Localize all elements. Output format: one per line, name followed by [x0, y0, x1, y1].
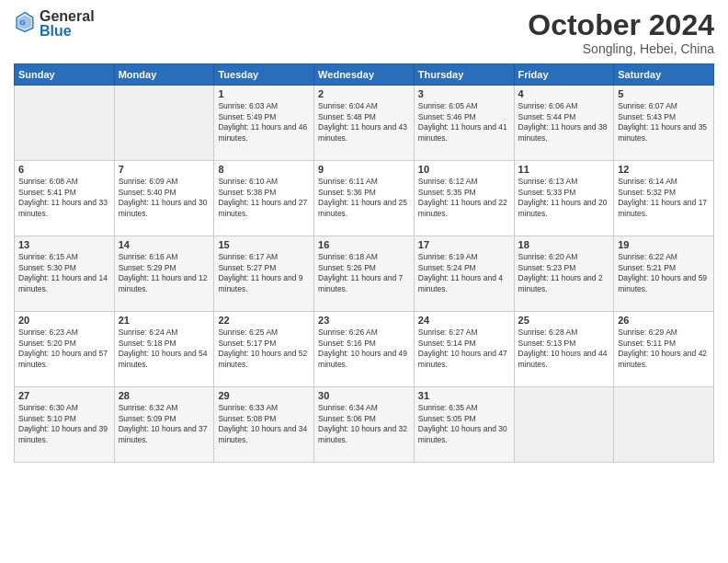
day-number: 17 — [418, 239, 510, 250]
day-number: 20 — [18, 315, 110, 326]
calendar-cell: 10Sunrise: 6:12 AM Sunset: 5:35 PM Dayli… — [414, 161, 514, 236]
day-number: 21 — [119, 315, 210, 326]
calendar-table: Sunday Monday Tuesday Wednesday Thursday… — [14, 63, 714, 463]
calendar-cell: 23Sunrise: 6:26 AM Sunset: 5:16 PM Dayli… — [314, 312, 415, 387]
calendar-cell: 3Sunrise: 6:05 AM Sunset: 5:46 PM Daylig… — [414, 86, 514, 161]
calendar-cell: 12Sunrise: 6:14 AM Sunset: 5:32 PM Dayli… — [614, 161, 714, 236]
day-number: 12 — [618, 164, 710, 175]
day-number: 2 — [318, 88, 410, 99]
svg-text:G: G — [19, 18, 25, 27]
cell-info: Sunrise: 6:18 AM Sunset: 5:26 PM Dayligh… — [318, 252, 410, 294]
cell-info: Sunrise: 6:04 AM Sunset: 5:48 PM Dayligh… — [318, 101, 410, 144]
calendar-cell: 2Sunrise: 6:04 AM Sunset: 5:48 PM Daylig… — [314, 86, 415, 161]
logo-general: General — [40, 9, 95, 24]
day-number: 29 — [218, 390, 310, 401]
header-thursday: Thursday — [414, 64, 514, 86]
cell-info: Sunrise: 6:26 AM Sunset: 5:16 PM Dayligh… — [318, 327, 410, 370]
cell-info: Sunrise: 6:25 AM Sunset: 5:17 PM Dayligh… — [218, 327, 310, 370]
calendar-cell: 24Sunrise: 6:27 AM Sunset: 5:14 PM Dayli… — [414, 312, 514, 387]
day-number: 24 — [418, 315, 510, 326]
page: G General Blue October 2024 Songling, He… — [0, 0, 728, 563]
day-number: 30 — [318, 390, 410, 401]
logo-text: General Blue — [40, 9, 95, 39]
calendar-cell: 11Sunrise: 6:13 AM Sunset: 5:33 PM Dayli… — [514, 161, 614, 236]
calendar-cell — [614, 387, 714, 463]
calendar-cell: 21Sunrise: 6:24 AM Sunset: 5:18 PM Dayli… — [114, 312, 214, 387]
cell-info: Sunrise: 6:11 AM Sunset: 5:36 PM Dayligh… — [318, 177, 410, 219]
day-number: 31 — [418, 390, 510, 401]
cell-info: Sunrise: 6:23 AM Sunset: 5:20 PM Dayligh… — [18, 327, 110, 370]
calendar-week-2: 6Sunrise: 6:08 AM Sunset: 5:41 PM Daylig… — [15, 161, 714, 236]
day-number: 4 — [518, 88, 610, 99]
day-number: 15 — [218, 239, 310, 250]
cell-info: Sunrise: 6:16 AM Sunset: 5:29 PM Dayligh… — [119, 252, 210, 294]
cell-info: Sunrise: 6:27 AM Sunset: 5:14 PM Dayligh… — [418, 327, 510, 370]
calendar-cell: 15Sunrise: 6:17 AM Sunset: 5:27 PM Dayli… — [214, 236, 314, 312]
calendar-cell: 27Sunrise: 6:30 AM Sunset: 5:10 PM Dayli… — [15, 387, 115, 463]
cell-info: Sunrise: 6:35 AM Sunset: 5:05 PM Dayligh… — [418, 403, 510, 445]
calendar-week-3: 13Sunrise: 6:15 AM Sunset: 5:30 PM Dayli… — [15, 236, 714, 312]
calendar-cell: 20Sunrise: 6:23 AM Sunset: 5:20 PM Dayli… — [15, 312, 115, 387]
location: Songling, Hebei, China — [528, 41, 714, 56]
calendar-week-5: 27Sunrise: 6:30 AM Sunset: 5:10 PM Dayli… — [15, 387, 714, 463]
calendar-cell — [514, 387, 614, 463]
header-row: Sunday Monday Tuesday Wednesday Thursday… — [15, 64, 714, 86]
calendar-cell: 25Sunrise: 6:28 AM Sunset: 5:13 PM Dayli… — [514, 312, 614, 387]
calendar-cell: 8Sunrise: 6:10 AM Sunset: 5:38 PM Daylig… — [214, 161, 314, 236]
calendar-week-1: 1Sunrise: 6:03 AM Sunset: 5:49 PM Daylig… — [15, 86, 714, 161]
cell-info: Sunrise: 6:07 AM Sunset: 5:43 PM Dayligh… — [618, 101, 710, 144]
day-number: 23 — [318, 315, 410, 326]
calendar-cell: 13Sunrise: 6:15 AM Sunset: 5:30 PM Dayli… — [15, 236, 115, 312]
day-number: 22 — [218, 315, 310, 326]
day-number: 16 — [318, 239, 410, 250]
title-area: October 2024 Songling, Hebei, China — [528, 9, 714, 56]
logo-blue: Blue — [40, 24, 95, 39]
cell-info: Sunrise: 6:22 AM Sunset: 5:21 PM Dayligh… — [618, 252, 710, 294]
cell-info: Sunrise: 6:13 AM Sunset: 5:33 PM Dayligh… — [518, 177, 610, 219]
cell-info: Sunrise: 6:08 AM Sunset: 5:41 PM Dayligh… — [18, 177, 110, 219]
calendar-cell: 4Sunrise: 6:06 AM Sunset: 5:44 PM Daylig… — [514, 86, 614, 161]
header-saturday: Saturday — [614, 64, 714, 86]
header-tuesday: Tuesday — [214, 64, 314, 86]
calendar-cell: 19Sunrise: 6:22 AM Sunset: 5:21 PM Dayli… — [614, 236, 714, 312]
calendar-cell: 5Sunrise: 6:07 AM Sunset: 5:43 PM Daylig… — [614, 86, 714, 161]
calendar-cell: 6Sunrise: 6:08 AM Sunset: 5:41 PM Daylig… — [15, 161, 115, 236]
day-number: 19 — [618, 239, 710, 250]
calendar-cell: 14Sunrise: 6:16 AM Sunset: 5:29 PM Dayli… — [114, 236, 214, 312]
header-wednesday: Wednesday — [314, 64, 415, 86]
cell-info: Sunrise: 6:09 AM Sunset: 5:40 PM Dayligh… — [119, 177, 210, 219]
calendar-cell: 9Sunrise: 6:11 AM Sunset: 5:36 PM Daylig… — [314, 161, 415, 236]
header: G General Blue October 2024 Songling, He… — [14, 9, 714, 56]
day-number: 13 — [18, 239, 110, 250]
header-sunday: Sunday — [15, 64, 115, 86]
calendar-cell: 16Sunrise: 6:18 AM Sunset: 5:26 PM Dayli… — [314, 236, 415, 312]
day-number: 11 — [518, 164, 610, 175]
calendar-cell: 17Sunrise: 6:19 AM Sunset: 5:24 PM Dayli… — [414, 236, 514, 312]
logo-icon: G — [14, 9, 36, 35]
month-title: October 2024 — [528, 9, 714, 41]
cell-info: Sunrise: 6:05 AM Sunset: 5:46 PM Dayligh… — [418, 101, 510, 144]
cell-info: Sunrise: 6:32 AM Sunset: 5:09 PM Dayligh… — [119, 403, 210, 445]
header-friday: Friday — [514, 64, 614, 86]
cell-info: Sunrise: 6:34 AM Sunset: 5:06 PM Dayligh… — [318, 403, 410, 445]
calendar-body: 1Sunrise: 6:03 AM Sunset: 5:49 PM Daylig… — [15, 86, 714, 463]
cell-info: Sunrise: 6:20 AM Sunset: 5:23 PM Dayligh… — [518, 252, 610, 294]
cell-info: Sunrise: 6:06 AM Sunset: 5:44 PM Dayligh… — [518, 101, 610, 144]
cell-info: Sunrise: 6:24 AM Sunset: 5:18 PM Dayligh… — [119, 327, 210, 370]
cell-info: Sunrise: 6:15 AM Sunset: 5:30 PM Dayligh… — [18, 252, 110, 294]
day-number: 8 — [218, 164, 310, 175]
calendar-cell: 18Sunrise: 6:20 AM Sunset: 5:23 PM Dayli… — [514, 236, 614, 312]
day-number: 10 — [418, 164, 510, 175]
calendar-cell: 7Sunrise: 6:09 AM Sunset: 5:40 PM Daylig… — [114, 161, 214, 236]
day-number: 9 — [318, 164, 410, 175]
day-number: 7 — [119, 164, 210, 175]
header-monday: Monday — [114, 64, 214, 86]
cell-info: Sunrise: 6:17 AM Sunset: 5:27 PM Dayligh… — [218, 252, 310, 294]
cell-info: Sunrise: 6:30 AM Sunset: 5:10 PM Dayligh… — [18, 403, 110, 445]
day-number: 5 — [618, 88, 710, 99]
day-number: 3 — [418, 88, 510, 99]
calendar-week-4: 20Sunrise: 6:23 AM Sunset: 5:20 PM Dayli… — [15, 312, 714, 387]
cell-info: Sunrise: 6:14 AM Sunset: 5:32 PM Dayligh… — [618, 177, 710, 219]
calendar-cell: 1Sunrise: 6:03 AM Sunset: 5:49 PM Daylig… — [214, 86, 314, 161]
day-number: 1 — [218, 88, 310, 99]
